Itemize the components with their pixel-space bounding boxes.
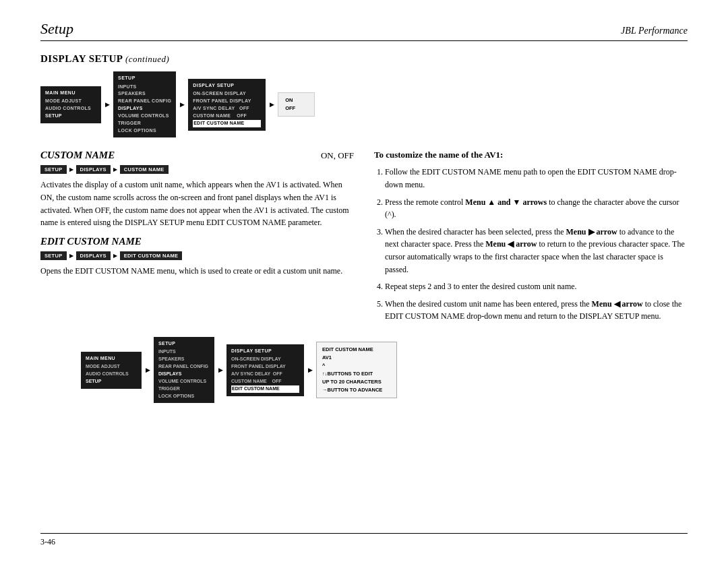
page-number: 3-46 (40, 537, 55, 547)
diagram-1: MAIN MENU MODE ADJUST AUDIO CONTROLS SET… (40, 71, 688, 137)
two-col-layout: CUSTOM NAME ON, OFF SETUP DISPLAYS CUSTO… (40, 150, 688, 327)
right-col-title: To customize the name of the AV1: (374, 150, 688, 160)
step-5: When the desired custom unit name has be… (385, 298, 688, 323)
page-title: Setup (40, 20, 73, 38)
diag2-menu-main: MAIN MENU MODE ADJUST AUDIO CONTROLS SET… (81, 352, 142, 389)
menu-box-setup: SETUP INPUTS SPEAKERS REAR PANEL CONFIG … (113, 71, 176, 137)
diag2-info-box: EDIT CUSTOM NAME AV1 ^ ↑↓BUTTONS TO EDIT… (316, 342, 397, 398)
edit-custom-name-section: EDIT CUSTOM NAME SETUP DISPLAYS EDIT CUS… (40, 236, 354, 278)
brand-name: JBL Performance (621, 26, 688, 36)
custom-name-section: CUSTOM NAME ON, OFF SETUP DISPLAYS CUSTO… (40, 150, 354, 228)
right-column: To customize the name of the AV1: Follow… (374, 150, 688, 327)
section-title: DISPLAY SETUP (continued) (40, 53, 688, 65)
menu-box-display-setup: DISPLAY SETUP ON-SCREEN DISPLAY FRONT PA… (188, 79, 266, 131)
custom-name-breadcrumb: SETUP DISPLAYS CUSTOM NAME (40, 165, 354, 174)
arrow-3 (266, 101, 278, 108)
menu-box-main: MAIN MENU MODE ADJUST AUDIO CONTROLS SET… (40, 86, 101, 123)
on-off-box: ON OFF (278, 92, 315, 117)
edit-custom-name-title: EDIT CUSTOM NAME (40, 236, 354, 247)
arrow-2 (176, 101, 188, 108)
diag2-menu-display: DISPLAY SETUP ON-SCREEN DISPLAY FRONT PA… (226, 344, 304, 396)
page: Setup JBL Performance DISPLAY SETUP (con… (0, 0, 728, 562)
step-2: Press the remote control Menu ▲ and ▼ ar… (385, 196, 688, 221)
edit-custom-name-body: Opens the EDIT CUSTOM NAME menu, which i… (40, 265, 354, 278)
diag2-arrow-2 (214, 367, 226, 373)
on-off-label: ON, OFF (321, 150, 354, 161)
arrow-1 (101, 101, 113, 108)
custom-name-body: Activates the display of a custom unit n… (40, 179, 354, 228)
page-header: Setup JBL Performance (40, 20, 688, 41)
diag2-menu-setup: SETUP INPUTS SPEAKERS REAR PANEL CONFIG … (154, 337, 214, 403)
steps-list: Follow the EDIT CUSTOM NAME menu path to… (374, 166, 688, 323)
diagram-2: MAIN MENU MODE ADJUST AUDIO CONTROLS SET… (81, 337, 688, 403)
footer: 3-46 (40, 533, 688, 547)
edit-custom-name-breadcrumb: SETUP DISPLAYS EDIT CUSTOM NAME (40, 251, 354, 260)
step-3: When the desired character has been sele… (385, 226, 688, 276)
left-column: CUSTOM NAME ON, OFF SETUP DISPLAYS CUSTO… (40, 150, 354, 327)
step-4: Repeat steps 2 and 3 to enter the desire… (385, 280, 688, 293)
diag2-arrow-1 (142, 367, 154, 373)
step-1: Follow the EDIT CUSTOM NAME menu path to… (385, 166, 688, 191)
diag2-arrow-3 (304, 367, 316, 373)
custom-name-title: CUSTOM NAME (40, 150, 115, 161)
